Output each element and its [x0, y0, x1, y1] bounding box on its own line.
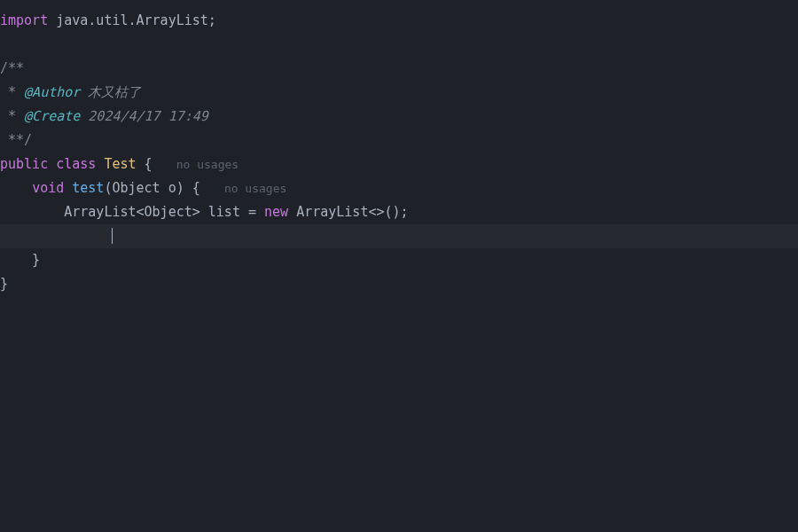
- doc-author-value: 木又枯了: [80, 84, 141, 100]
- class-name-test: Test: [104, 156, 136, 172]
- generic-close: >: [192, 204, 200, 220]
- generic-open: <: [137, 204, 145, 220]
- code-line-method-decl[interactable]: void test(Object o) { no usages: [0, 176, 798, 200]
- doc-star: *: [0, 108, 24, 124]
- code-line-import[interactable]: import java.util.ArrayList;: [0, 9, 798, 33]
- code-line-brace-close-outer[interactable]: }: [0, 272, 798, 296]
- inlay-hint-usages: no usages: [176, 158, 239, 171]
- ctor-generic-call: <>();: [368, 204, 408, 220]
- text-cursor-icon: [112, 228, 113, 244]
- doc-comment-close: **/: [0, 132, 32, 148]
- code-line-class-decl[interactable]: public class Test { no usages: [0, 153, 798, 176]
- brace-close-outer: }: [0, 276, 8, 292]
- var-list: list: [200, 204, 248, 220]
- method-name-test: test: [72, 180, 104, 196]
- inlay-hint-usages: no usages: [224, 182, 286, 195]
- equals: =: [248, 204, 264, 220]
- keyword-class: class: [56, 156, 96, 172]
- method-params: (Object o) {: [104, 180, 200, 196]
- doc-tag-author: @Author: [24, 84, 80, 100]
- code-line-blank[interactable]: [0, 33, 798, 57]
- keyword-public: public: [0, 156, 48, 172]
- code-line-current[interactable]: [0, 224, 798, 248]
- code-line-arraylist[interactable]: ArrayList<Object> list = new ArrayList<>…: [0, 200, 798, 224]
- code-line-doc-create[interactable]: * @Create 2024/4/17 17:49: [0, 105, 798, 129]
- doc-create-value: 2024/4/17 17:49: [80, 108, 208, 124]
- code-line-doc-open[interactable]: /**: [0, 57, 798, 81]
- code-line-brace-close-inner[interactable]: }: [0, 248, 798, 272]
- import-path: java.util.ArrayList;: [48, 12, 216, 28]
- keyword-import: import: [0, 12, 48, 28]
- code-line-doc-author[interactable]: * @Author 木又枯了: [0, 81, 798, 105]
- brace-close-inner: }: [0, 252, 40, 268]
- code-line-doc-close[interactable]: **/: [0, 129, 798, 153]
- keyword-void: void: [32, 180, 64, 196]
- doc-tag-create: @Create: [24, 108, 80, 124]
- brace-open: {: [137, 156, 153, 172]
- keyword-new: new: [264, 204, 288, 220]
- generic-type-object: Object: [145, 204, 192, 220]
- doc-comment-open: /**: [0, 60, 24, 76]
- type-arraylist: ArrayList: [64, 204, 136, 220]
- ctor-arraylist: ArrayList: [288, 204, 368, 220]
- doc-star: *: [0, 84, 24, 100]
